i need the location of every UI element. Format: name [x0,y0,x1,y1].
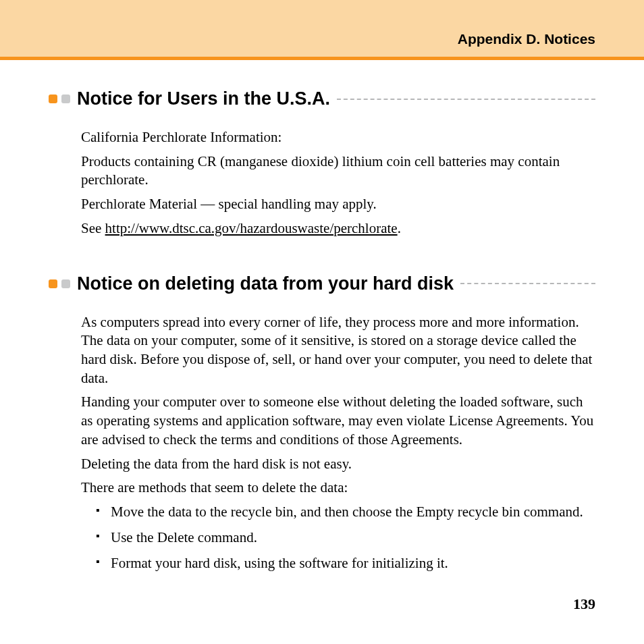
methods-list: Move the data to the recycle bin, and th… [96,503,595,572]
paragraph: California Perchlorate Information: [81,128,595,147]
paragraph: As computers spread into every corner of… [81,313,595,388]
heading-bullet-icon [49,279,70,288]
text-prefix: See [81,220,105,236]
paragraph: Perchlorate Material — special handling … [81,195,595,214]
page-content: Notice for Users in the U.S.A. Californi… [0,60,644,572]
section-body-usa: California Perchlorate Information: Prod… [81,128,595,238]
appendix-title: Appendix D. Notices [49,31,595,47]
square-orange-icon [49,95,57,103]
list-item: Format your hard disk, using the softwar… [96,554,595,573]
paragraph: Deleting the data from the hard disk is … [81,455,595,474]
heading-title-deleting: Notice on deleting data from your hard d… [77,273,454,294]
heading-dash-fill-icon [337,99,595,100]
paragraph: Handing your computer over to someone el… [81,393,595,449]
section-heading-usa: Notice for Users in the U.S.A. [49,88,595,109]
list-item: Use the Delete command. [96,529,595,547]
square-grey-icon [61,95,70,103]
section-body-deleting: As computers spread into every corner of… [81,313,595,573]
section-heading-deleting: Notice on deleting data from your hard d… [49,273,595,294]
paragraph: Products containing CR (manganese dioxid… [81,153,595,190]
paragraph: See http://www.dtsc.ca.gov/hazardouswast… [81,219,595,238]
square-grey-icon [61,279,70,288]
heading-title-usa: Notice for Users in the U.S.A. [77,88,330,109]
square-orange-icon [49,279,57,288]
text-suffix: . [398,220,401,236]
heading-bullet-icon [49,95,70,103]
perchlorate-link[interactable]: http://www.dtsc.ca.gov/hazardouswaste/pe… [105,220,398,236]
heading-dash-fill-icon [460,283,595,284]
page-number: 139 [0,579,644,613]
list-item: Move the data to the recycle bin, and th… [96,503,595,522]
page-header-band: Appendix D. Notices [0,0,644,60]
paragraph: There are methods that seem to delete th… [81,479,595,498]
